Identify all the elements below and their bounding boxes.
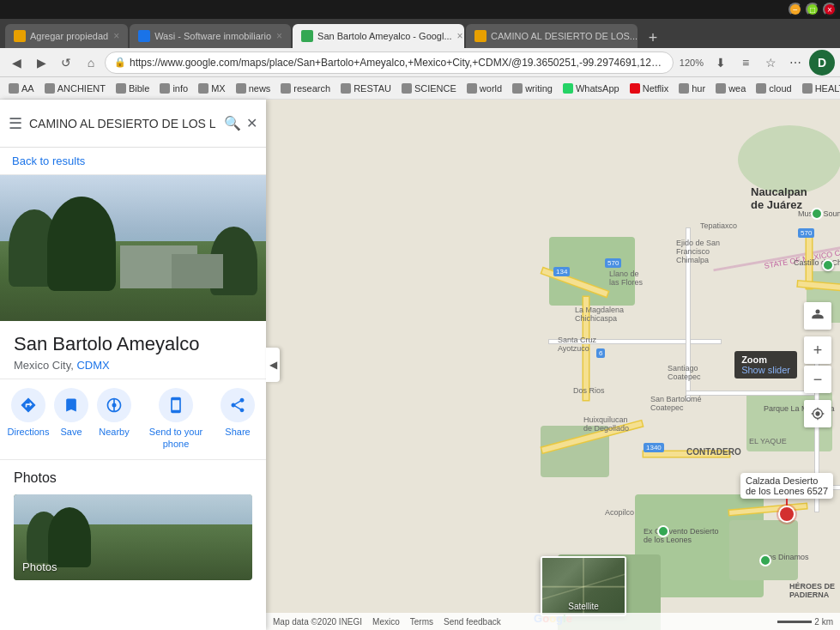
road-shield-1340: 1340	[644, 443, 664, 452]
tab-label-1: Agregar propiedad	[30, 31, 108, 41]
tab-close-3[interactable]: ×	[457, 30, 463, 42]
place-name: San Bartolo Ameyalco	[14, 333, 252, 355]
bookmark-restau[interactable]: RESTAU	[337, 83, 395, 94]
reader-mode-button[interactable]: ≡	[734, 51, 757, 74]
map-terms-link[interactable]: Terms	[410, 617, 433, 627]
poi-dinamos	[759, 554, 771, 566]
scale-line	[777, 621, 812, 623]
bookmark-netflix[interactable]: Netflix	[626, 83, 673, 94]
map-park-area-1	[738, 125, 840, 194]
bookmark-button[interactable]: ☆	[759, 51, 782, 74]
close-button[interactable]: ×	[823, 3, 837, 16]
back-to-results-link[interactable]: Back to results	[0, 148, 266, 175]
map-mexico-link[interactable]: Mexico	[372, 617, 400, 627]
bookmark-mx[interactable]: MX	[195, 83, 229, 94]
map-label-llano: Llano delas Flores	[609, 270, 643, 287]
poi-exconvento	[657, 525, 669, 537]
place-cdmx-link[interactable]: CDMX	[76, 359, 109, 372]
satellite-thumbnail[interactable]: Satellite	[541, 556, 626, 616]
map-label-contadero: CONTADERO	[686, 447, 741, 457]
bookmark-bible[interactable]: Bible	[112, 83, 153, 94]
back-button[interactable]: ◀	[5, 51, 27, 74]
bookmark-cloud[interactable]: cloud	[752, 83, 795, 94]
browser-tab-2[interactable]: Wasi - Software inmobiliario ×	[130, 24, 291, 48]
minimize-button[interactable]: −	[789, 3, 802, 16]
bookmark-world[interactable]: world	[463, 83, 505, 94]
panel-search-icons: 🔍 ✕	[224, 115, 257, 131]
browser-tab-3[interactable]: San Bartolo Ameyalco - Googl... ×	[293, 24, 464, 48]
search-icon[interactable]: 🔍	[224, 115, 241, 131]
photos-label: Photos	[22, 560, 57, 573]
map-label-yaque: EL YAQUE	[749, 437, 787, 445]
url-text: https://www.google.com/maps/place/San+Ba…	[130, 57, 664, 69]
refresh-button[interactable]: ↺	[55, 51, 77, 74]
save-button[interactable]: Save	[50, 388, 93, 451]
browser-tab-4[interactable]: CAMINO AL DESIERTO DE LOS... ×	[466, 24, 638, 48]
directions-label: Directions	[8, 426, 50, 438]
send-to-phone-button[interactable]: Send to your phone	[136, 388, 216, 451]
photos-section: Photos Photos	[0, 460, 266, 591]
photos-grid[interactable]: Photos	[14, 494, 252, 580]
bookmark-hur[interactable]: hur	[675, 83, 709, 94]
nav-bar: ◀ ▶ ↺ ⌂ 🔒 https://www.google.com/maps/pl…	[0, 48, 840, 77]
zoom-level: 120%	[676, 58, 707, 68]
bookmark-health[interactable]: HEALTH	[799, 83, 840, 94]
tab-close-2[interactable]: ×	[276, 30, 282, 42]
nearby-icon	[106, 397, 123, 414]
forward-button[interactable]: ▶	[30, 51, 52, 74]
zoom-out-button[interactable]: −	[804, 366, 831, 393]
poi-chapultepec	[822, 259, 834, 271]
photo-tree-2	[47, 197, 116, 291]
share-label: Share	[225, 426, 250, 438]
bookmark-whatsapp[interactable]: WhatsApp	[559, 83, 623, 94]
url-bar[interactable]: 🔒 https://www.google.com/maps/place/San+…	[105, 51, 674, 74]
tab-favicon-2	[138, 30, 150, 42]
map-label-acopilco: Acopilco	[605, 508, 634, 517]
map-area[interactable]: STATE OF MEXICO CITY 134 6 570 1340 570 …	[266, 100, 840, 630]
home-button[interactable]: ⌂	[80, 51, 102, 74]
bookmark-wea[interactable]: wea	[712, 83, 749, 94]
map-label-ex-convento: Ex Convento Desiertode los Leones	[644, 527, 719, 544]
tab-favicon-3	[301, 30, 313, 42]
map-feedback-link[interactable]: Send feedback	[444, 617, 501, 627]
send-to-phone-label: Send to your phone	[136, 426, 216, 451]
show-slider-link[interactable]: Show slider	[741, 365, 790, 375]
my-location-button[interactable]	[804, 400, 831, 427]
bookmark-news[interactable]: news	[233, 83, 275, 94]
action-buttons: Directions Save Nearby Send to your phon…	[0, 379, 266, 460]
nearby-label: Nearby	[99, 426, 129, 438]
photos-thumb-tree-2	[48, 507, 91, 567]
bookmark-research[interactable]: research	[277, 83, 334, 94]
bookmark-writing[interactable]: writing	[509, 83, 556, 94]
new-tab-button[interactable]: +	[643, 27, 663, 48]
hamburger-icon[interactable]: ☰	[9, 114, 22, 133]
svg-point-1	[816, 310, 820, 314]
tab-label-3: San Bartolo Ameyalco - Googl...	[317, 31, 452, 41]
bookmark-science[interactable]: SCIENCE	[398, 83, 460, 94]
directions-button[interactable]: Directions	[7, 388, 50, 451]
clear-icon[interactable]: ✕	[246, 115, 257, 131]
map-label-naucalpan: Naucalpande Juárez	[751, 185, 807, 211]
pin-dot	[780, 507, 794, 521]
panel-search-input[interactable]	[29, 110, 217, 137]
download-button[interactable]: ⬇	[710, 51, 732, 74]
share-button[interactable]: Share	[216, 388, 259, 451]
map-dinamos-area	[729, 520, 798, 580]
user-avatar[interactable]: D	[809, 50, 835, 76]
location-icon	[811, 407, 825, 421]
tab-close-1[interactable]: ×	[113, 30, 119, 42]
zoom-in-button[interactable]: +	[804, 336, 831, 364]
menu-button[interactable]: ⋯	[784, 51, 807, 74]
street-view-button[interactable]	[804, 302, 831, 330]
browser-tab-1[interactable]: Agregar propiedad ×	[5, 24, 128, 48]
map-label-santacruz: Santa CruzAyotzuco	[558, 336, 596, 353]
bookmark-anchient[interactable]: ANCHIENT	[41, 83, 109, 94]
bookmark-aa[interactable]: AA	[5, 83, 38, 94]
maximize-button[interactable]: □	[806, 3, 819, 16]
bookmark-info[interactable]: info	[156, 83, 191, 94]
map-label-sbartolome: San BartoloméCoatepec	[650, 395, 702, 412]
road-shield-570: 570	[798, 228, 814, 238]
street-view-icon	[809, 307, 826, 324]
road-shield-6: 6	[596, 348, 605, 358]
nearby-button[interactable]: Nearby	[93, 388, 136, 451]
